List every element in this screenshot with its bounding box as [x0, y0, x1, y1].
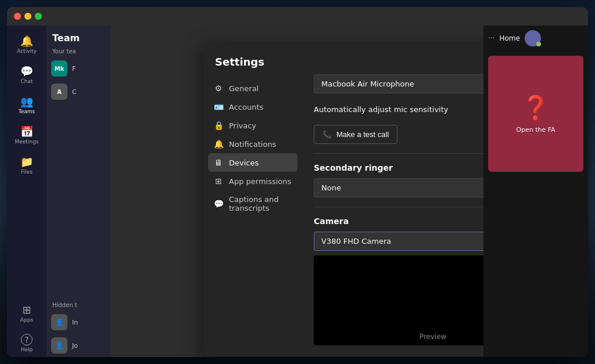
- right-panel: ··· Home ❓ Open the FA: [483, 26, 588, 357]
- traffic-lights: [14, 13, 42, 20]
- settings-overlay: Settings ✕ ⚙ General: [110, 26, 483, 357]
- settings-content: Macbook Air Microphone ▾ Automatically a…: [302, 74, 483, 356]
- sidebar-item-chat-label: Chat: [20, 78, 33, 84]
- test-call-row: 📞 Make a test call: [314, 125, 483, 144]
- sidebar-item-files[interactable]: 📁 Files: [13, 151, 41, 179]
- hidden-avatar-2: 👤: [51, 337, 67, 354]
- teams-sidebar: 🔔 Activity 💬 Chat 👥 Teams 📅 Meetings 📁 F…: [7, 26, 46, 357]
- settings-nav-app-permissions-label: App permissions: [229, 177, 291, 186]
- microphone-row: Macbook Air Microphone ▾: [314, 74, 483, 93]
- right-panel-header: ··· Home: [483, 26, 588, 51]
- avatar-container: [525, 30, 541, 46]
- preview-card-icon: ❓: [521, 94, 550, 121]
- sidebar-item-activity[interactable]: 🔔 Activity: [13, 30, 41, 58]
- camera-preview: Preview: [314, 255, 483, 345]
- settings-title: Settings: [215, 56, 264, 68]
- sidebar-item-apps-label: Apps: [20, 317, 33, 323]
- help-icon: ?: [21, 334, 33, 345]
- settings-nav-captions-label: Captions and transcripts: [229, 195, 292, 212]
- settings-body: ⚙ General 🪪 Accounts 🔒 Privacy: [203, 74, 483, 356]
- preview-card: ❓ Open the FA: [488, 56, 583, 172]
- hidden-item-2[interactable]: 👤 Jo: [46, 334, 110, 357]
- avatar-status-badge: [536, 42, 541, 46]
- settings-titlebar: Settings ✕: [203, 43, 483, 74]
- sidebar-item-meetings[interactable]: 📅 Meetings: [13, 121, 41, 149]
- settings-nav-devices-label: Devices: [229, 158, 259, 167]
- maximize-window-button[interactable]: [35, 13, 42, 20]
- notifications-icon: 🔔: [214, 139, 223, 149]
- settings-nav-captions[interactable]: 💬 Captions and transcripts: [208, 190, 298, 217]
- settings-nav-accounts[interactable]: 🪪 Accounts: [208, 98, 298, 116]
- privacy-icon: 🔒: [214, 121, 223, 130]
- sidebar-item-help[interactable]: ? Help: [13, 329, 41, 357]
- camera-row: Camera V380 FHD Camera ▾ Preview: [314, 217, 483, 345]
- app-permissions-icon: ⊞: [214, 176, 223, 186]
- hidden-avatar-1: 👤: [51, 314, 67, 330]
- test-call-label: Make a test call: [336, 130, 389, 139]
- preview-label: Preview: [420, 333, 447, 341]
- settings-nav-notifications[interactable]: 🔔 Notifications: [208, 135, 298, 153]
- minimize-window-button[interactable]: [24, 13, 31, 20]
- activity-icon: 🔔: [20, 35, 33, 47]
- chat-icon: 💬: [20, 65, 33, 77]
- dots-icon: ···: [488, 34, 494, 42]
- team-item-a[interactable]: A C: [46, 80, 110, 103]
- sidebar-item-help-label: Help: [21, 347, 33, 352]
- meetings-icon: 📅: [20, 125, 33, 138]
- app-window: 🔔 Activity 💬 Chat 👥 Teams 📅 Meetings 📁 F…: [7, 7, 588, 357]
- settings-nav-app-permissions[interactable]: ⊞ App permissions: [208, 172, 298, 190]
- sidebar-item-teams-label: Teams: [19, 109, 35, 114]
- hidden-item-1[interactable]: 👤 In: [46, 311, 110, 334]
- settings-nav-notifications-label: Notifications: [229, 140, 276, 149]
- team-name-f: F: [72, 65, 76, 73]
- test-call-button[interactable]: 📞 Make a test call: [314, 125, 397, 144]
- settings-nav-general-label: General: [229, 84, 259, 93]
- secondary-ringer-row: Secondary ringer None ▾: [314, 163, 483, 197]
- camera-label: Camera: [314, 217, 483, 226]
- camera-value: V380 FHD Camera: [321, 237, 391, 246]
- sidebar-item-chat[interactable]: 💬 Chat: [13, 60, 41, 88]
- home-button[interactable]: Home: [499, 34, 519, 42]
- settings-nav: ⚙ General 🪪 Accounts 🔒 Privacy: [203, 74, 302, 356]
- files-icon: 📁: [20, 156, 33, 168]
- sidebar-item-apps[interactable]: ⊞ Apps: [13, 299, 41, 327]
- settings-nav-accounts-label: Accounts: [229, 103, 263, 111]
- main-layout: 🔔 Activity 💬 Chat 👥 Teams 📅 Meetings 📁 F…: [7, 26, 588, 357]
- camera-select[interactable]: V380 FHD Camera ▾: [314, 232, 483, 251]
- microphone-select[interactable]: Macbook Air Microphone ▾: [314, 74, 483, 93]
- hidden-name-2: Jo: [72, 342, 78, 349]
- teams-icon: 👥: [20, 95, 33, 107]
- team-avatar-a: A: [51, 84, 67, 100]
- secondary-ringer-label: Secondary ringer: [314, 163, 483, 172]
- sidebar-item-activity-label: Activity: [17, 48, 37, 54]
- devices-icon: 🖥: [214, 158, 223, 167]
- open-fa-label: Open the FA: [516, 126, 555, 134]
- settings-modal: Settings ✕ ⚙ General: [203, 43, 483, 356]
- titlebar: [7, 7, 588, 26]
- settings-nav-general[interactable]: ⚙ General: [208, 79, 298, 98]
- sidebar-item-teams[interactable]: 👥 Teams: [13, 91, 41, 118]
- captions-icon: 💬: [214, 199, 223, 208]
- teams-panel: Team Your tea Mk F A C Hidden t 👤 In 👤 J…: [46, 26, 110, 357]
- team-item-mk[interactable]: Mk F: [46, 57, 110, 80]
- microphone-value: Macbook Air Microphone: [321, 80, 414, 88]
- content-area: Settings ✕ ⚙ General: [110, 26, 483, 357]
- settings-nav-devices[interactable]: 🖥 Devices: [208, 153, 298, 172]
- sidebar-item-files-label: Files: [21, 169, 33, 175]
- settings-nav-privacy-label: Privacy: [229, 121, 256, 130]
- hidden-teams-label: Hidden t: [46, 300, 110, 311]
- auto-adjust-label: Automatically adjust mic sensitivity: [314, 105, 449, 114]
- secondary-ringer-select[interactable]: None ▾: [314, 178, 483, 197]
- close-window-button[interactable]: [14, 13, 21, 20]
- auto-adjust-row: Automatically adjust mic sensitivity: [314, 103, 483, 116]
- accounts-icon: 🪪: [214, 102, 223, 111]
- teams-panel-header: Team: [46, 26, 110, 48]
- your-teams-label: Your tea: [46, 48, 110, 57]
- team-avatar-mk: Mk: [51, 60, 67, 77]
- team-name-c: C: [72, 88, 77, 96]
- settings-nav-privacy[interactable]: 🔒 Privacy: [208, 116, 298, 135]
- secondary-ringer-value: None: [321, 183, 341, 192]
- test-call-icon: 📞: [322, 130, 332, 139]
- divider-2: [314, 207, 483, 207]
- apps-icon: ⊞: [22, 304, 31, 316]
